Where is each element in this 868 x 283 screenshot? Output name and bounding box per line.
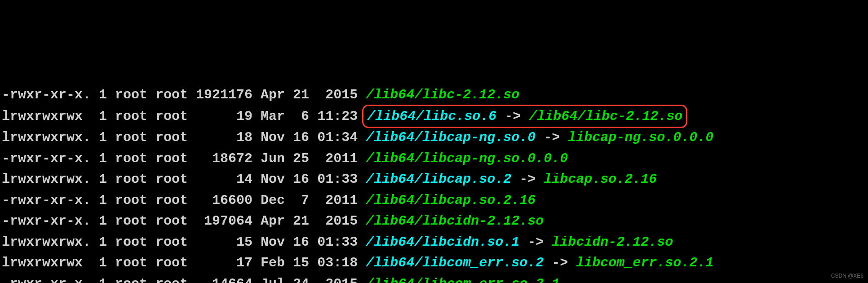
symlink-target: libcap-ng.so.0.0.0 bbox=[568, 130, 713, 145]
file-row: lrwxrwxrwx. 1 root root 15 Nov 16 01:33 … bbox=[2, 232, 866, 253]
file-row: -rwxr-xr-x. 1 root root 197064 Apr 21 20… bbox=[2, 211, 866, 232]
file-row: lrwxrwxrwx. 1 root root 14 Nov 16 01:33 … bbox=[2, 169, 866, 190]
file-path: /lib64/libcap.so.2.16 bbox=[366, 193, 536, 208]
symlink-arrow: -> bbox=[496, 109, 529, 124]
file-path: /lib64/libcom_err.so.2.1 bbox=[366, 276, 560, 283]
file-path: /lib64/libcom_err.so.2 bbox=[366, 255, 544, 270]
file-permissions: lrwxrwxrwx bbox=[2, 109, 91, 124]
file-permissions: lrwxrwxrwx. bbox=[2, 130, 91, 145]
symlink-arrow: -> bbox=[519, 234, 552, 250]
file-path: /lib64/libc.so.6 bbox=[367, 109, 496, 124]
file-meta: 1 root root 1921176 Apr 21 2015 bbox=[91, 87, 366, 102]
file-permissions: lrwxrwxrwx. bbox=[2, 234, 91, 250]
file-meta: 1 root root 19 Mar 6 11:23 bbox=[91, 109, 366, 124]
file-path: /lib64/libcap-ng.so.0.0.0 bbox=[366, 151, 568, 166]
file-permissions: -rwxr-xr-x. bbox=[2, 87, 91, 102]
file-meta: 1 root root 197064 Apr 21 2015 bbox=[91, 213, 366, 229]
file-row: lrwxrwxrwx 1 root root 19 Mar 6 11:23 /l… bbox=[2, 106, 866, 128]
file-meta: 1 root root 14 Nov 16 01:33 bbox=[91, 172, 366, 187]
file-row: -rwxr-xr-x. 1 root root 16600 Dec 7 2011… bbox=[2, 190, 866, 211]
file-permissions: lrwxrwxrwx. bbox=[2, 172, 91, 187]
symlink-target: /lib64/libc-2.12.so bbox=[529, 109, 682, 124]
symlink-arrow: -> bbox=[536, 130, 568, 145]
file-path: /lib64/libcap.so.2 bbox=[366, 172, 511, 187]
file-row: -rwxr-xr-x 1 root root 14664 Jul 24 2015… bbox=[2, 274, 866, 283]
symlink-target: libcap.so.2.16 bbox=[544, 172, 657, 187]
file-row: lrwxrwxrwx. 1 root root 18 Nov 16 01:34 … bbox=[2, 127, 866, 148]
file-row: -rwxr-xr-x. 1 root root 18672 Jun 25 201… bbox=[2, 148, 866, 169]
file-meta: 1 root root 18672 Jun 25 2011 bbox=[91, 151, 366, 166]
file-path: /lib64/libcap-ng.so.0 bbox=[366, 130, 536, 145]
highlight-annotation: /lib64/libc.so.6 -> /lib64/libc-2.12.so bbox=[362, 105, 687, 128]
file-meta: 1 root root 16600 Dec 7 2011 bbox=[91, 193, 366, 208]
file-permissions: lrwxrwxrwx bbox=[2, 255, 91, 270]
file-meta: 1 root root 15 Nov 16 01:33 bbox=[91, 234, 366, 250]
symlink-target: libcidn-2.12.so bbox=[552, 234, 673, 250]
file-path: /lib64/libc-2.12.so bbox=[366, 87, 519, 102]
file-path: /lib64/libcidn-2.12.so bbox=[366, 213, 544, 229]
file-permissions: -rwxr-xr-x. bbox=[2, 193, 91, 208]
file-meta: 1 root root 14664 Jul 24 2015 bbox=[91, 276, 366, 283]
terminal-output: -rwxr-xr-x. 1 root root 1921176 Apr 21 2… bbox=[2, 84, 866, 283]
file-permissions: -rwxr-xr-x. bbox=[2, 213, 91, 229]
file-permissions: -rwxr-xr-x. bbox=[2, 151, 91, 166]
symlink-arrow: -> bbox=[511, 172, 544, 187]
file-row: -rwxr-xr-x. 1 root root 1921176 Apr 21 2… bbox=[2, 84, 866, 106]
symlink-arrow: -> bbox=[544, 255, 576, 270]
file-row: lrwxrwxrwx 1 root root 17 Feb 15 03:18 /… bbox=[2, 252, 866, 274]
file-path: /lib64/libcidn.so.1 bbox=[366, 234, 519, 250]
file-meta: 1 root root 17 Feb 15 03:18 bbox=[91, 255, 366, 270]
file-permissions: -rwxr-xr-x bbox=[2, 276, 91, 283]
file-meta: 1 root root 18 Nov 16 01:34 bbox=[91, 130, 366, 145]
symlink-target: libcom_err.so.2.1 bbox=[576, 255, 713, 270]
watermark-text: CSDN @XE6 bbox=[831, 272, 864, 280]
